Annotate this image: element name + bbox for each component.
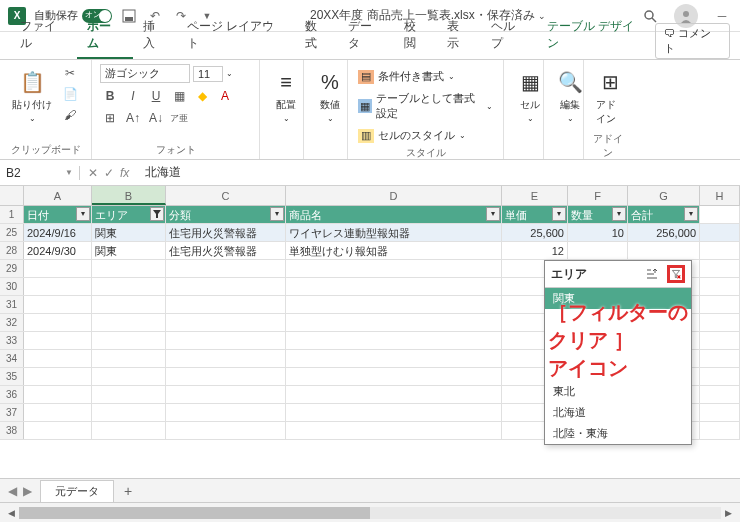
- font-name-select[interactable]: 游ゴシック: [100, 64, 190, 83]
- cell-styles-button[interactable]: ▥セルのスタイル ⌄: [356, 127, 468, 144]
- name-box[interactable]: B2▼: [0, 166, 80, 180]
- sheet-next-icon[interactable]: ▶: [23, 484, 32, 498]
- number-format-button[interactable]: % 数値⌄: [312, 64, 348, 127]
- cell[interactable]: 2024/9/16: [24, 224, 92, 241]
- tab-formulas[interactable]: 数式: [295, 13, 339, 59]
- filter-dropdown-icon[interactable]: [150, 207, 164, 221]
- row-header[interactable]: 31: [0, 296, 24, 313]
- filter-item[interactable]: 関東: [545, 288, 691, 309]
- row-header[interactable]: 1: [0, 206, 24, 223]
- tab-file[interactable]: ファイル: [10, 13, 77, 59]
- col-header[interactable]: D: [286, 186, 502, 205]
- row-header[interactable]: 37: [0, 404, 24, 421]
- cell[interactable]: 単独型けむり報知器: [286, 242, 502, 259]
- filter-item[interactable]: [545, 363, 691, 381]
- paste-button[interactable]: 📋 貼り付け ⌄: [8, 64, 56, 127]
- copy-icon[interactable]: 📄: [60, 85, 80, 103]
- filter-item[interactable]: [545, 309, 691, 327]
- col-header[interactable]: A: [24, 186, 92, 205]
- formula-input[interactable]: 北海道: [137, 164, 740, 181]
- row-header[interactable]: 33: [0, 332, 24, 349]
- alignment-button[interactable]: ≡ 配置⌄: [268, 64, 304, 127]
- row-header[interactable]: 25: [0, 224, 24, 241]
- italic-button[interactable]: I: [123, 87, 143, 105]
- editing-button[interactable]: 🔍編集⌄: [552, 64, 588, 127]
- filter-item-list[interactable]: 関東 東北 北海道 北陸・東海: [545, 287, 691, 444]
- col-header[interactable]: G: [628, 186, 700, 205]
- row-header[interactable]: 36: [0, 386, 24, 403]
- tab-tabledesign[interactable]: テーブル デザイン: [537, 13, 655, 59]
- cell[interactable]: 25,600: [502, 224, 568, 241]
- row-header[interactable]: 28: [0, 242, 24, 259]
- format-as-table-button[interactable]: ▦テーブルとして書式設定 ⌄: [356, 90, 495, 122]
- cell[interactable]: 10: [568, 224, 628, 241]
- cell[interactable]: 12: [502, 242, 568, 259]
- fx-icon[interactable]: fx: [120, 166, 129, 180]
- border-button[interactable]: ▦: [169, 87, 189, 105]
- sort-options-icon[interactable]: [643, 265, 661, 283]
- sheet-prev-icon[interactable]: ◀: [8, 484, 17, 498]
- scroll-right-icon[interactable]: ▶: [721, 508, 736, 518]
- comment-button[interactable]: 🗨 コメント: [655, 23, 730, 59]
- row-header[interactable]: 29: [0, 260, 24, 277]
- filter-item[interactable]: 東北: [545, 381, 691, 402]
- underline-button[interactable]: U: [146, 87, 166, 105]
- format-painter-icon[interactable]: 🖌: [60, 106, 80, 124]
- filter-item[interactable]: 北海道: [545, 402, 691, 423]
- scroll-left-icon[interactable]: ◀: [4, 508, 19, 518]
- horizontal-scrollbar[interactable]: ◀ ▶: [0, 503, 740, 522]
- filter-dropdown-icon[interactable]: ▾: [270, 207, 284, 221]
- sheet-tab[interactable]: 元データ: [40, 480, 114, 502]
- filter-dropdown-icon[interactable]: ▾: [76, 207, 90, 221]
- cell[interactable]: 関東: [92, 224, 166, 241]
- tab-data[interactable]: データ: [338, 13, 394, 59]
- borders-button[interactable]: ⊞: [100, 109, 120, 127]
- filter-dropdown-icon[interactable]: ▾: [684, 207, 698, 221]
- cells-button[interactable]: ▦セル⌄: [512, 64, 548, 127]
- fill-color-button[interactable]: ◆: [192, 87, 212, 105]
- cell[interactable]: 関東: [92, 242, 166, 259]
- add-sheet-button[interactable]: +: [114, 483, 142, 499]
- tab-review[interactable]: 校閲: [394, 13, 438, 59]
- font-size-select[interactable]: 11: [193, 66, 223, 82]
- font-color-button[interactable]: A: [215, 87, 235, 105]
- phonetic-icon[interactable]: ア亜: [169, 109, 189, 127]
- cell[interactable]: 256,000: [628, 224, 700, 241]
- cell[interactable]: 2024/9/30: [24, 242, 92, 259]
- col-header[interactable]: H: [700, 186, 740, 205]
- cancel-formula-icon[interactable]: ✕: [88, 166, 98, 180]
- filter-item[interactable]: [545, 327, 691, 345]
- autosave-toggle[interactable]: オン: [82, 9, 112, 23]
- row-header[interactable]: 34: [0, 350, 24, 367]
- conditional-format-button[interactable]: ▤条件付き書式 ⌄: [356, 68, 457, 85]
- addins-button[interactable]: ⊞アドイン: [592, 64, 628, 130]
- confirm-formula-icon[interactable]: ✓: [104, 166, 114, 180]
- decrease-font-icon[interactable]: A↓: [146, 109, 166, 127]
- col-header[interactable]: F: [568, 186, 628, 205]
- increase-font-icon[interactable]: A↑: [123, 109, 143, 127]
- filter-item[interactable]: 北陸・東海: [545, 423, 691, 444]
- tab-pagelayout[interactable]: ページ レイアウト: [177, 13, 295, 59]
- tab-view[interactable]: 表示: [437, 13, 481, 59]
- filter-dropdown-icon[interactable]: ▾: [612, 207, 626, 221]
- clear-filter-icon[interactable]: [667, 265, 685, 283]
- tab-insert[interactable]: 挿入: [133, 13, 177, 59]
- cut-icon[interactable]: ✂: [60, 64, 80, 82]
- bold-button[interactable]: B: [100, 87, 120, 105]
- filter-dropdown-icon[interactable]: ▾: [486, 207, 500, 221]
- cell[interactable]: ワイヤレス連動型報知器: [286, 224, 502, 241]
- row-header[interactable]: 32: [0, 314, 24, 331]
- row-header[interactable]: 30: [0, 278, 24, 295]
- filter-dropdown-icon[interactable]: ▾: [552, 207, 566, 221]
- tab-help[interactable]: ヘルプ: [481, 13, 537, 59]
- cell[interactable]: [568, 242, 628, 259]
- filter-item[interactable]: [545, 345, 691, 363]
- col-header[interactable]: C: [166, 186, 286, 205]
- cell[interactable]: 住宅用火災警報器: [166, 224, 286, 241]
- col-header[interactable]: E: [502, 186, 568, 205]
- row-header[interactable]: 38: [0, 422, 24, 439]
- col-header[interactable]: B: [92, 186, 166, 205]
- select-all-corner[interactable]: [0, 186, 24, 205]
- row-header[interactable]: 35: [0, 368, 24, 385]
- cell[interactable]: 住宅用火災警報器: [166, 242, 286, 259]
